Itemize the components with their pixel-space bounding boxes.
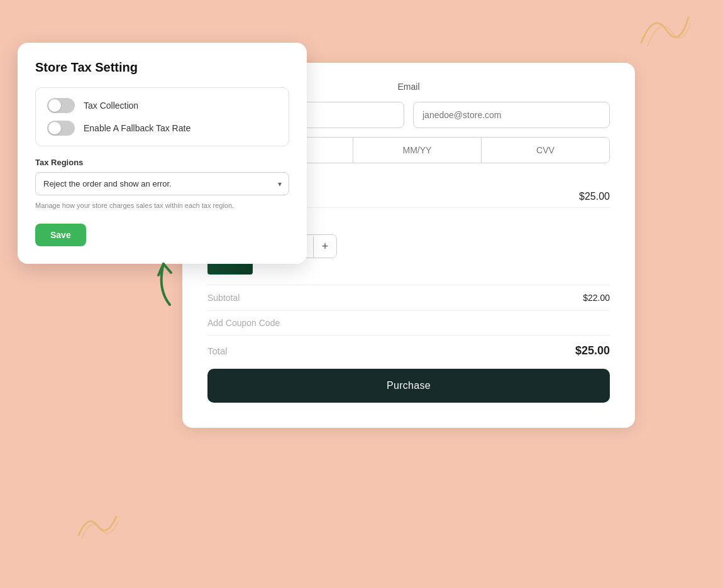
arrow-indicator — [132, 251, 195, 302]
tax-collection-label: Tax Collection — [84, 101, 138, 111]
expiry-input[interactable] — [353, 138, 481, 163]
tax-collection-toggle-row: Tax Collection — [47, 98, 277, 113]
fallback-tax-toggle-row: Enable A Fallback Tax Rate — [47, 121, 277, 136]
tax-collection-toggle[interactable] — [47, 98, 75, 113]
email-input[interactable] — [413, 102, 610, 128]
total-value: $25.00 — [575, 344, 610, 357]
tax-region-select[interactable]: Reject the order and show an error. Char… — [35, 172, 289, 195]
tax-settings-modal: Store Tax Setting Tax Collection Enable … — [18, 43, 307, 264]
total-row: Total $25.00 — [207, 335, 610, 366]
save-button[interactable]: Save — [35, 224, 86, 246]
add-coupon-link[interactable]: Add Coupon Code — [207, 318, 280, 328]
toggle-section: Tax Collection Enable A Fallback Tax Rat… — [35, 87, 289, 146]
purchase-button[interactable]: Purchase — [207, 369, 610, 403]
email-label: Email — [397, 82, 419, 92]
tax-regions-heading: Tax Regions — [35, 158, 289, 167]
subtotal-value: $22.00 — [583, 293, 610, 303]
subtotal-label: Subtotal — [207, 293, 240, 303]
fallback-tax-toggle[interactable] — [47, 121, 75, 136]
cvv-input[interactable] — [481, 138, 609, 163]
deco-squiggle-bottom-left — [75, 510, 119, 544]
deco-squiggle-top-right — [635, 5, 692, 52]
subtotal-row: Subtotal $22.00 — [207, 285, 610, 311]
price-value: $25.00 — [579, 191, 610, 202]
qty-increment-button[interactable]: + — [314, 235, 336, 258]
tax-region-select-wrapper: Reject the order and show an error. Char… — [35, 172, 289, 195]
total-label: Total — [207, 346, 228, 356]
coupon-row[interactable]: Add Coupon Code — [207, 311, 610, 335]
fallback-tax-label: Enable A Fallback Tax Rate — [84, 123, 190, 133]
modal-title: Store Tax Setting — [35, 60, 289, 75]
tax-help-text: Manage how your store charges sales tax … — [35, 200, 289, 211]
